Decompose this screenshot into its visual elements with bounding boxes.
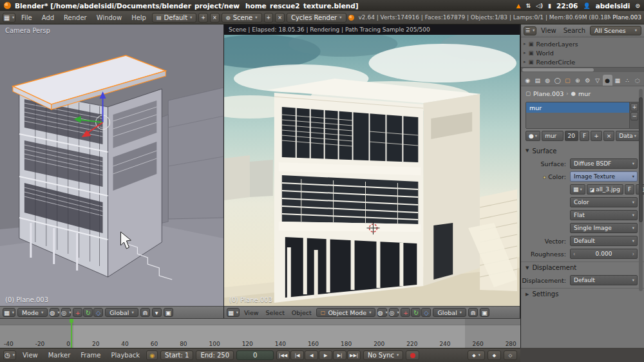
play-button[interactable]: ▶ xyxy=(319,350,332,360)
delete-keyframe-button[interactable]: ◇ xyxy=(504,350,517,360)
editor-type-button[interactable]: ◷▾ xyxy=(3,350,16,360)
manipulator-rotate-toggle[interactable]: ↻ xyxy=(83,308,93,317)
current-frame-field[interactable]: 0 xyxy=(236,350,274,360)
editor-type-button[interactable]: ▦▾ xyxy=(227,308,240,317)
browse-material-button[interactable]: ●▾ xyxy=(526,131,540,141)
roughness-slider[interactable]: ‹0.000› xyxy=(570,249,638,259)
volume-tray-icon[interactable]: ◁) xyxy=(536,3,543,9)
outliner-menu-item[interactable]: Search xyxy=(561,26,588,35)
unlink-material-button[interactable]: × xyxy=(603,131,615,141)
orientation-selector[interactable]: Global▾ xyxy=(433,308,466,317)
scrollbar-thumb[interactable] xyxy=(522,68,594,71)
material-slot-selected[interactable]: mur xyxy=(526,102,629,113)
breadcrumb-object[interactable]: Plane.003 xyxy=(533,90,564,97)
outliner-display-mode[interactable]: All Scenes▾ xyxy=(590,26,641,35)
sync-mode-selector[interactable]: No Sync▾ xyxy=(363,350,403,360)
image-source-selector[interactable]: Single Image▾ xyxy=(570,223,638,233)
manipulator-scale-toggle[interactable]: ◇ xyxy=(93,308,103,317)
viewport-shading-selector[interactable]: ◍▾ xyxy=(377,308,387,317)
power-icon[interactable]: ⊙ xyxy=(635,3,640,9)
add-slot-button[interactable]: + xyxy=(630,103,638,111)
viewport-render-canvas[interactable]: (0) Plane.003 xyxy=(224,35,520,306)
manipulator-translate-toggle[interactable]: + xyxy=(73,308,82,317)
render-opengl-icon[interactable]: ▣ xyxy=(480,308,489,317)
manipulator-translate-toggle[interactable]: + xyxy=(401,308,410,317)
tab-physics[interactable]: ◌ xyxy=(633,75,643,86)
tab-scene[interactable]: ◍ xyxy=(543,75,553,86)
outliner-item[interactable]: ▸ ▣ World xyxy=(524,48,641,57)
header-menu-item[interactable]: Window xyxy=(93,14,126,22)
clock[interactable]: 22:06 xyxy=(556,2,578,10)
remove-scene-button[interactable]: × xyxy=(275,13,285,23)
timeline-menu-item[interactable]: View xyxy=(19,351,42,359)
keying-set-selector[interactable]: ◆▾ xyxy=(468,350,485,360)
tab-render[interactable]: ◉ xyxy=(523,75,533,86)
network-tray-icon[interactable]: ⇅ xyxy=(526,3,531,9)
link-mode-selector[interactable]: Data▾ xyxy=(616,131,639,141)
frame-end-field[interactable]: End: 250 xyxy=(196,350,234,360)
outliner-item[interactable]: ▸ ▣ RenderLayers xyxy=(524,39,641,48)
surface-shader-selector[interactable]: Diffuse BSDF▾ xyxy=(570,158,638,169)
settings-panel-header[interactable]: ▶ Settings xyxy=(521,288,644,300)
viewport-menu-item[interactable]: View xyxy=(242,309,261,317)
outliner-hscrollbar[interactable] xyxy=(521,67,644,72)
expand-icon[interactable]: ▸ xyxy=(524,41,526,46)
color-input-selector[interactable]: Image Texture▾ xyxy=(570,171,638,182)
vlc-tray-icon[interactable]: ▲ xyxy=(516,3,521,9)
manipulator-scale-toggle[interactable]: ◇ xyxy=(421,308,431,317)
prev-keyframe-button[interactable]: |◀ xyxy=(290,350,304,360)
new-material-button[interactable]: + xyxy=(591,131,602,141)
outliner-menu-item[interactable]: View xyxy=(538,26,559,35)
remove-layout-button[interactable]: × xyxy=(210,13,220,23)
editor-type-button[interactable]: ▦▾ xyxy=(3,13,15,23)
properties-scrollbar[interactable] xyxy=(639,89,643,291)
header-menu-item[interactable]: Render xyxy=(60,14,91,22)
tab-material[interactable]: ● xyxy=(603,75,612,86)
fake-user-button[interactable]: F xyxy=(580,131,589,141)
snap-toggle[interactable]: ⋒ xyxy=(468,308,478,317)
users-count-button[interactable]: 20 xyxy=(565,131,578,141)
image-fake-user-button[interactable]: F xyxy=(625,184,634,195)
mode-selector[interactable]: ▢ Object Mode▾ xyxy=(316,308,376,317)
tab-world[interactable]: ◯ xyxy=(553,75,563,86)
tab-particles[interactable]: ∴ xyxy=(623,75,632,86)
snap-element-selector[interactable]: ▾ xyxy=(152,308,162,317)
render-engine-selector[interactable]: Cycles Render▾ xyxy=(287,13,346,23)
color-space-selector[interactable]: Color▾ xyxy=(570,197,638,207)
next-keyframe-button[interactable]: ▶| xyxy=(333,350,346,360)
tab-constraints[interactable]: ⊕ xyxy=(573,75,583,86)
tab-texture[interactable]: ▦ xyxy=(613,75,623,86)
viewport-menu-item[interactable]: Select xyxy=(263,309,287,317)
breadcrumb-material[interactable]: mur xyxy=(578,90,591,97)
image-name-button[interactable]: ◪all_3.jpg xyxy=(587,184,623,195)
expand-icon[interactable]: ▸ xyxy=(524,50,526,55)
editor-type-button[interactable]: ☰▾ xyxy=(524,26,536,35)
tab-object-data[interactable]: ▽ xyxy=(593,75,603,86)
add-scene-button[interactable]: + xyxy=(264,13,274,23)
header-menu-item[interactable]: File xyxy=(17,14,36,22)
expand-icon[interactable]: ▸ xyxy=(524,59,526,64)
play-reverse-button[interactable]: ◀ xyxy=(305,350,318,360)
scrollbar-thumb[interactable] xyxy=(639,97,643,223)
displacement-input-selector[interactable]: Default▾ xyxy=(570,275,638,285)
mode-selector[interactable]: Mode▾ xyxy=(17,308,48,317)
jump-to-end-button[interactable]: ▶▶| xyxy=(347,350,361,360)
header-menu-item[interactable]: Add xyxy=(38,14,58,22)
pivot-point-selector[interactable]: ◎▾ xyxy=(389,308,399,317)
viewport-shading-selector[interactable]: ◍▾ xyxy=(50,308,59,317)
timeline-menu-item[interactable]: Marker xyxy=(44,351,75,359)
manipulator-rotate-toggle[interactable]: ↻ xyxy=(411,308,421,317)
outliner-item[interactable]: ▸ ▣ RenderCircle xyxy=(524,57,641,66)
screen-layout-selector[interactable]: ▤ Default▾ xyxy=(152,13,196,23)
browse-image-button[interactable]: ▦▾ xyxy=(570,184,585,195)
timeline-menu-item[interactable]: Playback xyxy=(107,351,144,359)
timeline-editor[interactable]: -40-200204060801001201401601802002202402… xyxy=(0,318,520,348)
projection-selector[interactable]: Flat▾ xyxy=(570,210,638,220)
editor-type-button[interactable]: ▦▾ xyxy=(3,308,15,317)
session-user[interactable]: abdelsidi xyxy=(596,2,630,10)
battery-tray-icon[interactable]: ▮ xyxy=(548,3,551,9)
scene-selector[interactable]: ◍ Scene▾ xyxy=(222,13,262,23)
tab-render-layers[interactable]: ▤ xyxy=(533,75,543,86)
vector-input-selector[interactable]: Default▾ xyxy=(570,236,638,246)
insert-keyframe-button[interactable]: ◆ xyxy=(488,350,501,360)
